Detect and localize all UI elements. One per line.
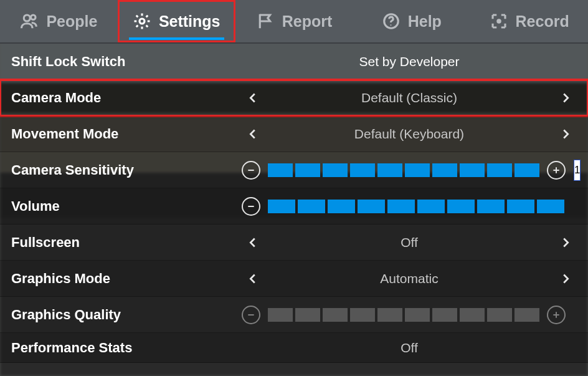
tab-help[interactable]: Help xyxy=(353,0,470,42)
row-value: Automatic xyxy=(380,271,438,286)
tab-settings[interactable]: Settings xyxy=(118,0,235,42)
row-performance-stats: Performance Stats Off xyxy=(0,333,588,363)
row-label: Fullscreen xyxy=(11,234,242,251)
prev-button[interactable] xyxy=(242,272,264,286)
row-value: Default (Keyboard) xyxy=(354,127,464,142)
row-graphics-quality: Graphics Quality xyxy=(0,297,588,333)
row-label: Volume xyxy=(11,198,242,215)
row-movement-mode: Movement Mode Default (Keyboard) xyxy=(0,116,588,152)
prev-button[interactable] xyxy=(242,127,264,141)
record-icon xyxy=(490,12,508,31)
svg-point-5 xyxy=(496,19,501,24)
increment-button[interactable] xyxy=(547,161,566,180)
tab-label: People xyxy=(46,12,97,31)
row-label: Camera Sensitivity xyxy=(11,162,242,178)
tab-report[interactable]: Report xyxy=(235,0,353,42)
svg-point-1 xyxy=(31,15,36,20)
sensitivity-slider[interactable] xyxy=(268,163,539,177)
decrement-button[interactable] xyxy=(242,306,260,324)
decrement-button[interactable] xyxy=(242,197,260,216)
row-label: Graphics Quality xyxy=(11,307,242,323)
gear-icon xyxy=(133,12,151,31)
increment-button[interactable] xyxy=(547,306,566,324)
prev-button[interactable] xyxy=(242,236,264,249)
quality-slider[interactable] xyxy=(268,308,539,322)
row-camera-sensitivity: Camera Sensitivity 1 xyxy=(0,152,588,188)
settings-list: Shift Lock Switch Set by Developer Camer… xyxy=(0,44,588,363)
tab-record[interactable]: Record xyxy=(470,0,588,42)
svg-point-0 xyxy=(24,15,31,21)
people-icon xyxy=(20,12,39,31)
next-button[interactable] xyxy=(554,272,577,286)
row-label: Camera Mode xyxy=(11,90,242,106)
next-button[interactable] xyxy=(554,127,577,141)
row-volume: Volume xyxy=(0,188,588,224)
settings-overlay: People Settings Report Help xyxy=(0,0,588,376)
row-fullscreen: Fullscreen Off xyxy=(0,224,588,261)
help-icon xyxy=(382,12,401,31)
row-value: Set by Developer xyxy=(359,54,459,69)
row-label: Movement Mode xyxy=(11,126,242,142)
row-shift-lock: Shift Lock Switch Set by Developer xyxy=(0,44,588,80)
decrement-button[interactable] xyxy=(242,161,260,180)
tab-bar: People Settings Report Help xyxy=(0,0,588,44)
tab-label: Report xyxy=(282,12,333,31)
tab-label: Record xyxy=(516,12,569,31)
row-graphics-mode: Graphics Mode Automatic xyxy=(0,261,588,297)
sensitivity-input[interactable]: 1 xyxy=(574,160,580,180)
tab-label: Settings xyxy=(159,12,220,31)
next-button[interactable] xyxy=(554,91,577,105)
row-value: Off xyxy=(401,235,418,250)
svg-point-2 xyxy=(140,19,145,24)
row-label: Performance Stats xyxy=(11,340,242,356)
prev-button[interactable] xyxy=(242,91,264,105)
svg-point-4 xyxy=(390,24,391,26)
tab-label: Help xyxy=(408,12,442,31)
row-value: Off xyxy=(401,340,418,355)
volume-slider[interactable] xyxy=(268,200,564,213)
row-label: Shift Lock Switch xyxy=(11,54,242,70)
next-button[interactable] xyxy=(554,236,577,249)
row-camera-mode: Camera Mode Default (Classic) xyxy=(0,80,588,116)
tab-people[interactable]: People xyxy=(0,0,118,42)
flag-icon xyxy=(256,12,275,31)
row-label: Graphics Mode xyxy=(11,271,242,287)
row-value: Default (Classic) xyxy=(361,90,457,105)
